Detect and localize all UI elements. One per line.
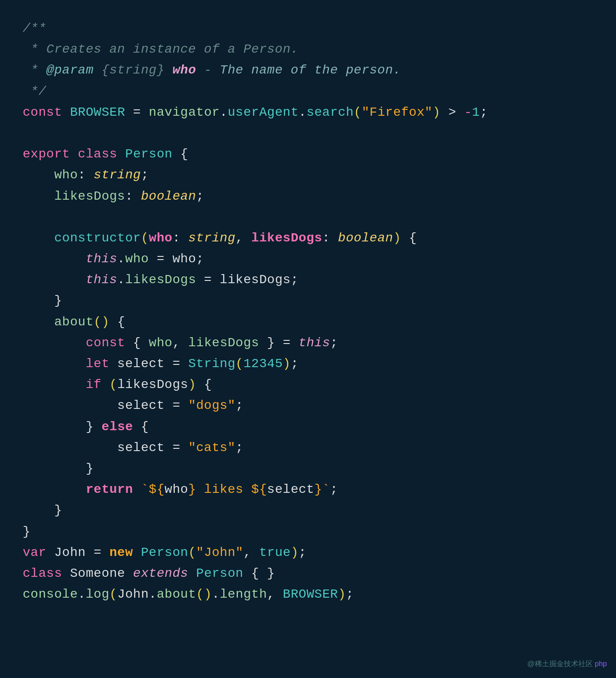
- watermark: @稀土掘金技术社区 php: [527, 659, 607, 669]
- code-line-14: }: [23, 290, 593, 311]
- code-line-15: about() {: [23, 312, 593, 333]
- code-line-27: class Someone extends Person { }: [23, 563, 593, 584]
- code-line-19: select = "dogs";: [23, 395, 593, 416]
- code-line-8: who: string;: [23, 165, 593, 186]
- code-line-1: /**: [23, 18, 593, 39]
- code-line-24: }: [23, 500, 593, 521]
- code-line-28: console.log(John.about().length, BROWSER…: [23, 584, 593, 605]
- code-line-21: select = "cats";: [23, 437, 593, 458]
- code-line-5: const BROWSER = navigator.userAgent.sear…: [23, 102, 593, 123]
- code-line-17: let select = String(12345);: [23, 354, 593, 374]
- code-line-20: } else {: [23, 417, 593, 437]
- code-line-22: }: [23, 458, 593, 479]
- code-line-2: * Creates an instance of a Person.: [23, 39, 593, 60]
- code-line-12: this.who = who;: [23, 249, 593, 270]
- code-line-9: likesDogs: boolean;: [23, 186, 593, 207]
- code-line-16: const { who, likesDogs } = this;: [23, 333, 593, 354]
- code-line-13: this.likesDogs = likesDogs;: [23, 270, 593, 290]
- code-line-4: */: [23, 81, 593, 102]
- code-line-6: [23, 123, 593, 144]
- code-line-11: constructor(who: string, likesDogs: bool…: [23, 228, 593, 249]
- code-line-3: * @param {string} who - The name of the …: [23, 60, 593, 81]
- code-content: /** * Creates an instance of a Person. *…: [23, 18, 593, 605]
- code-line-25: }: [23, 521, 593, 542]
- watermark-text: @稀土掘金技术社区: [527, 660, 593, 668]
- code-line-23: return `${who} likes ${select}`;: [23, 479, 593, 500]
- code-editor: /** * Creates an instance of a Person. *…: [0, 0, 616, 678]
- code-line-26: var John = new Person("John", true);: [23, 542, 593, 563]
- code-line-10: [23, 207, 593, 228]
- code-line-7: export class Person {: [23, 144, 593, 165]
- watermark-php: php: [595, 660, 607, 668]
- code-line-18: if (likesDogs) {: [23, 374, 593, 395]
